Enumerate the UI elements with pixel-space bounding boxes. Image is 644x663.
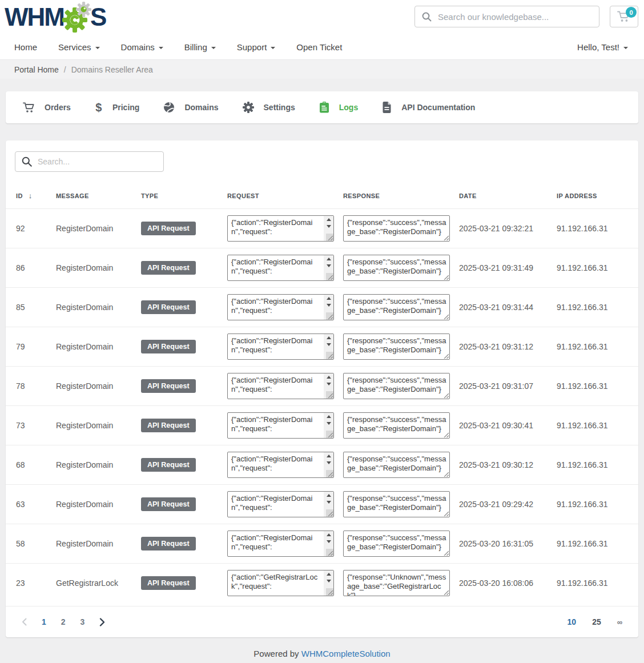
breadcrumb-portal-home[interactable]: Portal Home	[14, 65, 59, 74]
resize-grip-icon[interactable]	[442, 431, 449, 438]
scroll-down-icon[interactable]	[327, 343, 331, 346]
resize-grip-icon[interactable]	[442, 588, 449, 596]
scroll-up-icon[interactable]	[327, 533, 331, 536]
user-menu[interactable]: Hello, Test!	[577, 42, 628, 52]
tab-settings[interactable]: Settings	[243, 102, 295, 113]
scroll-down-icon[interactable]	[327, 304, 331, 307]
request-textarea[interactable]: {"action":"RegisterDomain","request":	[227, 452, 334, 478]
response-textarea[interactable]: {"response":"success","message_base":"Re…	[343, 255, 450, 281]
nav-item-billing[interactable]: Billing	[184, 42, 216, 52]
request-textarea[interactable]: {"action":"RegisterDomain","request":	[227, 531, 334, 557]
tab-orders[interactable]: Orders	[23, 102, 71, 113]
request-textarea[interactable]: {"action":"GetRegistrarLock","request":	[227, 570, 334, 596]
page-button-3[interactable]: 3	[80, 617, 85, 626]
logs-search-input[interactable]	[38, 157, 157, 166]
nav-item-open-ticket[interactable]: Open Ticket	[296, 42, 342, 52]
response-textarea[interactable]: {"response":"Unknown","message_base":"Ge…	[343, 570, 450, 596]
resize-grip-icon[interactable]	[442, 391, 449, 399]
nav-item-domains[interactable]: Domains	[121, 42, 163, 52]
column-header-request[interactable]: REQUEST	[227, 192, 343, 199]
resize-grip-icon[interactable]	[442, 549, 449, 556]
page-size-25[interactable]: 25	[592, 617, 601, 626]
resize-grip-icon[interactable]	[326, 312, 333, 320]
request-textarea[interactable]: {"action":"RegisterDomain","request":	[227, 255, 334, 281]
column-header-type[interactable]: TYPE	[141, 192, 227, 199]
scroll-down-icon[interactable]	[327, 225, 331, 228]
request-textarea[interactable]: {"action":"RegisterDomain","request":	[227, 294, 334, 320]
log-date: 2025-03-20 16:31:05	[459, 539, 557, 548]
tab-pricing[interactable]: $ Pricing	[95, 101, 139, 114]
column-header-message[interactable]: MESSAGE	[56, 192, 141, 199]
response-textarea[interactable]: {"response":"success","message_base":"Re…	[343, 531, 450, 557]
scroll-up-icon[interactable]	[327, 415, 331, 418]
page-size-all[interactable]: ∞	[617, 618, 622, 626]
scroll-down-icon[interactable]	[327, 580, 331, 582]
resize-grip-icon[interactable]	[326, 470, 333, 477]
table-row: 85 RegisterDomain API Request {"action":…	[6, 287, 638, 327]
resize-grip-icon[interactable]	[442, 509, 449, 517]
column-header-response[interactable]: RESPONSE	[343, 192, 459, 199]
chevron-down-icon	[623, 47, 628, 49]
tab-logs[interactable]: Logs	[319, 102, 358, 113]
knowledgebase-search-input[interactable]	[438, 12, 592, 22]
response-textarea[interactable]: {"response":"success","message_base":"Re…	[343, 452, 450, 478]
footer-link[interactable]: WHMCompleteSolution	[301, 649, 391, 658]
whmcs-logo[interactable]: WHM	[5, 2, 106, 33]
request-textarea[interactable]: {"action":"RegisterDomain","request":	[227, 491, 334, 517]
resize-grip-icon[interactable]	[442, 234, 449, 241]
scroll-down-icon[interactable]	[327, 461, 331, 464]
scroll-up-icon[interactable]	[327, 297, 331, 300]
tab-api-documentation[interactable]: API Documentation	[382, 102, 475, 113]
scroll-down-icon[interactable]	[327, 264, 331, 267]
scroll-down-icon[interactable]	[327, 501, 331, 504]
resize-grip-icon[interactable]	[326, 588, 333, 596]
nav-item-services[interactable]: Services	[58, 42, 100, 52]
request-textarea[interactable]: {"action":"RegisterDomain","request":	[227, 333, 334, 360]
response-textarea[interactable]: {"response":"success","message_base":"Re…	[343, 215, 450, 242]
nav-item-home[interactable]: Home	[14, 42, 37, 52]
scroll-up-icon[interactable]	[327, 573, 331, 576]
scroll-up-icon[interactable]	[327, 218, 331, 221]
cart-button[interactable]: 0	[610, 6, 638, 27]
scroll-down-icon[interactable]	[327, 383, 331, 385]
scroll-up-icon[interactable]	[327, 336, 331, 339]
column-header-ip[interactable]: IP ADDRESS	[557, 192, 638, 199]
scroll-up-icon[interactable]	[327, 258, 331, 260]
response-textarea[interactable]: {"response":"success","message_base":"Re…	[343, 412, 450, 439]
resize-grip-icon[interactable]	[326, 234, 333, 241]
response-textarea[interactable]: {"response":"success","message_base":"Re…	[343, 333, 450, 360]
gear-icon	[243, 102, 254, 113]
page-size-10[interactable]: 10	[567, 617, 577, 626]
resize-grip-icon[interactable]	[326, 549, 333, 556]
log-id: 73	[16, 421, 56, 430]
nav-item-support[interactable]: Support	[237, 42, 276, 52]
response-textarea[interactable]: {"response":"success","message_base":"Re…	[343, 373, 450, 399]
resize-grip-icon[interactable]	[326, 509, 333, 517]
request-textarea[interactable]: {"action":"RegisterDomain","request":	[227, 412, 334, 439]
column-header-id[interactable]: ID ↓	[16, 191, 56, 200]
resize-grip-icon[interactable]	[326, 273, 333, 280]
response-textarea[interactable]: {"response":"success","message_base":"Re…	[343, 294, 450, 320]
request-textarea[interactable]: {"action":"RegisterDomain","request":	[227, 215, 334, 242]
column-header-date[interactable]: DATE	[459, 192, 557, 199]
tab-domains[interactable]: Domains	[163, 102, 218, 113]
page-button-2[interactable]: 2	[61, 617, 66, 626]
resize-grip-icon[interactable]	[442, 352, 449, 359]
scroll-up-icon[interactable]	[327, 494, 331, 497]
resize-grip-icon[interactable]	[326, 431, 333, 438]
scroll-down-icon[interactable]	[327, 422, 331, 425]
scroll-up-icon[interactable]	[327, 455, 331, 457]
page-button-1[interactable]: 1	[42, 617, 46, 626]
request-textarea[interactable]: {"action":"RegisterDomain","request":	[227, 373, 334, 399]
resize-grip-icon[interactable]	[442, 470, 449, 477]
resize-grip-icon[interactable]	[442, 312, 449, 320]
scroll-up-icon[interactable]	[327, 376, 331, 379]
resize-grip-icon[interactable]	[326, 352, 333, 359]
log-date: 2025-03-21 09:29:42	[459, 500, 557, 509]
resize-grip-icon[interactable]	[326, 391, 333, 399]
scroll-down-icon[interactable]	[327, 540, 331, 543]
prev-page-button[interactable]	[22, 618, 27, 626]
resize-grip-icon[interactable]	[442, 273, 449, 280]
response-textarea[interactable]: {"response":"success","message_base":"Re…	[343, 491, 450, 517]
next-page-button[interactable]	[99, 618, 105, 626]
